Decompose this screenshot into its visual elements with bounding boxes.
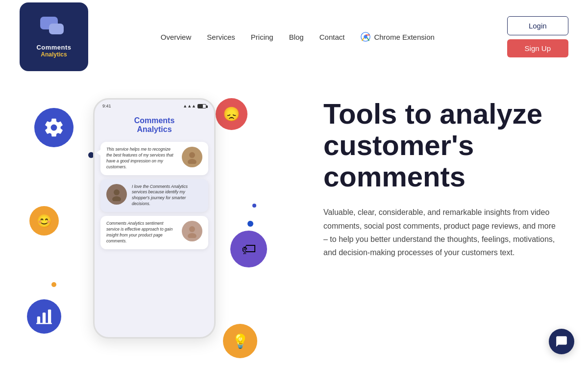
phone-mockup: 9:41 ▲▲▲ Comments Analytics This service… [93,98,216,339]
nav-blog[interactable]: Blog [289,33,304,41]
hero-section: 😞 😊 🏷 💡 9:41 ▲▲▲ [0,74,588,368]
svg-point-13 [188,233,196,238]
header-auth-buttons: Login Sign Up [507,16,568,57]
svg-point-3 [364,35,368,38]
svg-point-10 [114,189,120,195]
phone-comment-2: I love the Comments Analytics services b… [100,179,208,212]
logo[interactable]: Comments Analytics [20,2,88,71]
svg-rect-5 [43,313,46,323]
smile-icon: 😊 [29,206,59,236]
chat-widget[interactable] [549,329,574,354]
decorative-dot-4 [51,282,56,287]
phone-status-bar: 9:41 ▲▲▲ [95,100,214,110]
svg-point-8 [189,152,195,158]
phone-app-title: Comments Analytics [95,110,214,138]
decorative-dot-2 [252,204,256,208]
hero-description: Valuable, clear, considerable, and remar… [323,206,559,259]
gear-icon [34,108,74,147]
svg-point-12 [189,226,195,232]
hero-title: Tools to analyze customer's comments [323,98,568,192]
site-header: Comments Analytics Overview Services Pri… [0,0,588,74]
hero-content: Tools to analyze customer's comments Val… [304,83,568,259]
hero-illustration: 😞 😊 🏷 💡 9:41 ▲▲▲ [20,83,304,358]
svg-point-11 [112,196,121,201]
nav-contact[interactable]: Contact [319,33,345,41]
bulb-icon: 💡 [223,324,257,358]
phone-comment-1: This service helps me to recognize the b… [100,142,208,175]
svg-rect-6 [48,310,51,324]
decorative-dot-3 [247,221,253,227]
svg-rect-1 [49,24,64,34]
sad-face-icon: 😞 [216,98,247,130]
phone-comment-3: Comments Analytics sentiment service is … [100,216,208,249]
tag-icon: 🏷 [230,231,267,267]
nav-chrome-extension[interactable]: Chrome Extension [360,31,434,42]
chart-icon [27,299,61,334]
main-nav: Overview Services Pricing Blog Contact C… [161,31,435,42]
nav-overview[interactable]: Overview [161,33,192,41]
nav-pricing[interactable]: Pricing [251,33,273,41]
nav-services[interactable]: Services [207,33,235,41]
signup-button[interactable]: Sign Up [507,39,568,57]
svg-point-9 [188,159,196,164]
login-button[interactable]: Login [507,16,568,35]
svg-rect-4 [37,316,40,323]
